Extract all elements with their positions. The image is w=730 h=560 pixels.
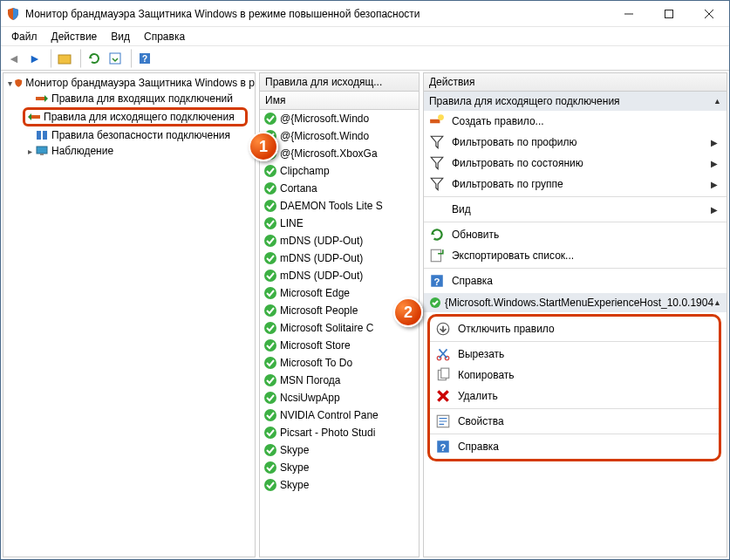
- action-cut[interactable]: Вырезать: [430, 344, 719, 365]
- firewall-shield-icon: [14, 76, 23, 90]
- expander-icon[interactable]: ▾: [7, 79, 14, 88]
- actions-section-outbound[interactable]: Правила для исходящего подключения ▲: [424, 92, 727, 111]
- callout-badge-2: 2: [393, 297, 423, 327]
- rule-row[interactable]: Picsart - Photo Studi: [260, 424, 419, 441]
- rule-row[interactable]: DAEMON Tools Lite S: [260, 197, 419, 215]
- action-delete[interactable]: Удалить: [430, 386, 719, 406]
- rule-row[interactable]: NcsiUwpApp: [260, 389, 419, 406]
- svg-point-16: [264, 200, 276, 212]
- rule-row[interactable]: Skype: [260, 476, 419, 494]
- rules-panel-header: Правила для исходящ...: [260, 73, 419, 92]
- rule-name: @{Microsoft.Windo: [280, 113, 369, 125]
- delete-icon: [435, 388, 451, 404]
- enabled-check-icon: [263, 216, 277, 230]
- actions-panel-header: Действия: [424, 73, 727, 92]
- tree-outbound-rules[interactable]: Правила для исходящего подключения: [23, 107, 248, 126]
- export-icon[interactable]: [106, 49, 125, 68]
- action-filter-group[interactable]: Фильтровать по группе ▶: [424, 174, 727, 195]
- svg-point-24: [264, 339, 276, 352]
- enabled-check-icon: [263, 443, 277, 457]
- rule-row[interactable]: Microsoft To Do: [260, 354, 419, 372]
- scissors-icon: [435, 346, 451, 362]
- tree-connection-security[interactable]: Правила безопасности подключения: [3, 127, 255, 143]
- actions-section-rule[interactable]: {Microsoft.Windows.StartMenuExperienceHo…: [424, 293, 727, 312]
- menu-action[interactable]: Действие: [44, 29, 105, 44]
- tree-panel: ▾ Монитор брандмауэра Защитника Windows …: [3, 72, 256, 557]
- rule-row[interactable]: LINE: [260, 215, 419, 232]
- tree-inbound-rules[interactable]: Правила для входящих подключений: [3, 91, 255, 106]
- rule-row[interactable]: Skype: [260, 459, 419, 476]
- close-button[interactable]: [689, 1, 729, 27]
- action-label: Вырезать: [458, 348, 504, 360]
- help-icon[interactable]: ?: [135, 49, 154, 68]
- tree-root-item[interactable]: ▾ Монитор брандмауэра Защитника Windows …: [3, 75, 255, 91]
- action-create-rule[interactable]: Создать правило...: [424, 111, 727, 132]
- maximize-button[interactable]: [649, 1, 689, 27]
- rules-list[interactable]: @{Microsoft.Windo@{Microsoft.Windo@{Micr…: [260, 110, 419, 557]
- funnel-icon: [429, 176, 445, 192]
- actions-panel-title: Действия: [429, 76, 475, 88]
- rule-row[interactable]: @{Microsoft.XboxGa: [260, 145, 419, 162]
- rule-name: NVIDIA Control Pane: [280, 409, 379, 421]
- svg-rect-6: [31, 115, 40, 119]
- rule-row[interactable]: Microsoft Edge: [260, 284, 419, 302]
- refresh-icon[interactable]: [85, 49, 104, 68]
- expander-icon[interactable]: ▸: [24, 147, 35, 156]
- back-button[interactable]: ◄: [4, 49, 24, 68]
- menu-file[interactable]: Файл: [4, 29, 44, 44]
- rule-row[interactable]: Skype: [260, 441, 419, 459]
- minimize-button[interactable]: [609, 1, 649, 27]
- forward-button[interactable]: ►: [25, 49, 44, 68]
- body: ▾ Монитор брандмауэра Защитника Windows …: [1, 71, 729, 559]
- action-refresh[interactable]: Обновить: [424, 224, 727, 245]
- svg-point-17: [264, 217, 276, 229]
- rule-row[interactable]: mDNS (UDP-Out): [260, 267, 419, 284]
- rule-row[interactable]: mDNS (UDP-Out): [260, 249, 419, 267]
- enabled-check-icon: [263, 391, 277, 405]
- rule-name: mDNS (UDP-Out): [280, 235, 363, 247]
- context-actions-group: Отключить правило Вырезать Копировать Уд…: [427, 314, 721, 461]
- enabled-check-icon: [263, 426, 277, 440]
- action-help[interactable]: ? Справка: [424, 270, 727, 291]
- rule-row[interactable]: @{Microsoft.Windo: [260, 110, 419, 127]
- menu-help[interactable]: Справка: [137, 29, 192, 44]
- action-disable-rule[interactable]: Отключить правило: [430, 318, 719, 339]
- enabled-check-icon: [263, 112, 277, 126]
- menu-view[interactable]: Вид: [104, 29, 137, 44]
- rule-row[interactable]: Clipchamp: [260, 162, 419, 180]
- enabled-check-icon: [263, 478, 277, 492]
- action-view[interactable]: Вид ▶: [424, 199, 727, 220]
- rule-name: mDNS (UDP-Out): [280, 270, 363, 282]
- toolbar-folder-icon[interactable]: [55, 49, 74, 68]
- svg-point-19: [264, 252, 276, 264]
- rule-row[interactable]: Microsoft Store: [260, 337, 419, 354]
- svg-text:?: ?: [142, 54, 147, 64]
- collapse-icon: ▲: [713, 298, 721, 307]
- action-export[interactable]: Экспортировать список...: [424, 245, 727, 266]
- svg-rect-43: [441, 368, 449, 378]
- action-label: Справка: [452, 275, 493, 287]
- rule-row[interactable]: MSN Погода: [260, 372, 419, 389]
- monitoring-icon: [35, 144, 49, 158]
- rule-name: @{Microsoft.Windo: [280, 130, 369, 142]
- column-header-name[interactable]: Имя: [260, 92, 419, 110]
- rule-row[interactable]: @{Microsoft.Windo: [260, 127, 419, 145]
- svg-point-30: [264, 444, 276, 456]
- action-copy[interactable]: Копировать: [430, 365, 719, 386]
- funnel-icon: [429, 134, 445, 150]
- enabled-check-icon: [263, 356, 277, 370]
- rule-row[interactable]: mDNS (UDP-Out): [260, 232, 419, 249]
- action-filter-profile[interactable]: Фильтровать по профилю ▶: [424, 132, 727, 153]
- enabled-check-icon: [263, 304, 277, 318]
- tree-monitoring[interactable]: ▸ Наблюдение: [3, 143, 255, 159]
- rule-row[interactable]: NVIDIA Control Pane: [260, 406, 419, 424]
- action-filter-state[interactable]: Фильтровать по состоянию ▶: [424, 153, 727, 174]
- rule-row[interactable]: Microsoft Solitaire C: [260, 319, 419, 337]
- action-help[interactable]: ? Справка: [430, 436, 719, 457]
- action-label: Копировать: [458, 369, 515, 381]
- action-properties[interactable]: Свойства: [430, 411, 719, 432]
- window-title: Монитор брандмауэра Защитника Windows в …: [25, 8, 609, 20]
- rule-row[interactable]: Cortana: [260, 180, 419, 197]
- svg-point-22: [264, 304, 276, 317]
- submenu-arrow-icon: ▶: [711, 205, 718, 215]
